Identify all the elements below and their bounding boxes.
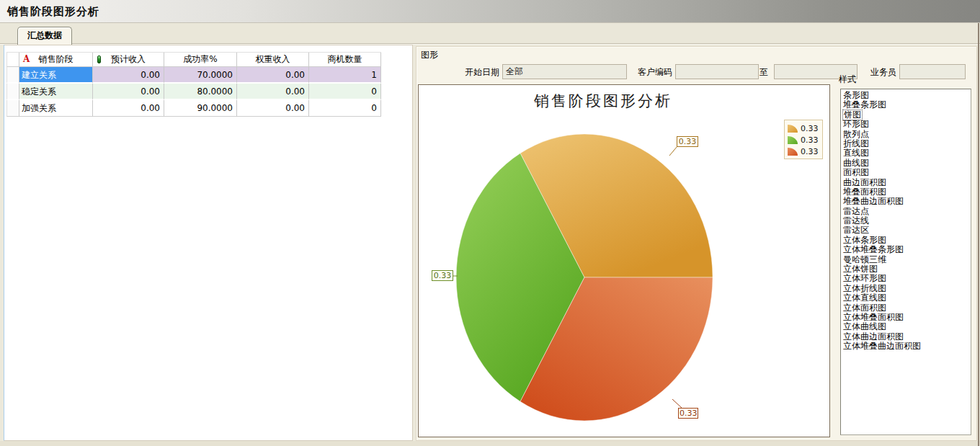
- row-indicator-header: [6, 53, 19, 67]
- salesman-input[interactable]: [899, 64, 966, 79]
- to-label: 至: [757, 67, 768, 77]
- graph-group-label: 图形: [421, 49, 438, 61]
- pie-label-strengthen: 0.33: [678, 408, 698, 419]
- style-option[interactable]: 立体堆叠曲边面积图: [843, 342, 971, 351]
- style-option[interactable]: 立体饼图: [843, 264, 971, 274]
- pie-label-establish: 0.33: [677, 136, 698, 147]
- column-header-stage[interactable]: A 销售阶段: [19, 53, 93, 67]
- style-option[interactable]: 雷达区: [843, 226, 971, 235]
- style-option[interactable]: 立体面积图: [843, 303, 971, 313]
- style-option[interactable]: 立体环形图: [843, 274, 971, 283]
- style-option[interactable]: 堆叠面积图: [843, 187, 971, 197]
- style-option[interactable]: 散列点: [843, 130, 971, 139]
- summary-table: A 销售阶段 预计收入 成功率% 权重收入 商机数量: [6, 52, 381, 117]
- expected-income-cell[interactable]: 0.00: [93, 100, 164, 117]
- style-option[interactable]: 堆叠条形图: [843, 100, 971, 110]
- column-header-label: 权重收入: [256, 54, 290, 64]
- style-option[interactable]: 曲线图: [843, 159, 971, 168]
- column-header-expected-income[interactable]: 预计收入: [93, 53, 164, 67]
- weighted-income-cell[interactable]: 0.00: [237, 84, 309, 100]
- style-option[interactable]: 堆叠曲边面积图: [843, 197, 971, 206]
- legend-swatch-gold-icon: [788, 125, 798, 133]
- style-option[interactable]: 立体直线图: [843, 293, 971, 303]
- style-option-selected[interactable]: 饼图: [843, 110, 862, 120]
- success-rate-cell[interactable]: 80.0000: [164, 84, 237, 100]
- style-option[interactable]: 环形图: [843, 120, 971, 129]
- table-row[interactable]: 加强关系 0.00 90.0000 0.00 0: [6, 100, 381, 117]
- page-title: 销售阶段图形分析: [7, 5, 99, 19]
- column-header-label: 销售阶段: [39, 54, 74, 64]
- legend-item: 0.33: [788, 146, 822, 157]
- opportunity-count-cell[interactable]: 1: [309, 67, 381, 84]
- customer-code-label: 客户编码: [634, 67, 672, 77]
- column-header-opportunity-count[interactable]: 商机数量: [309, 53, 381, 67]
- legend-item: 0.33: [788, 122, 822, 134]
- style-option[interactable]: 立体堆叠条形图: [843, 245, 971, 254]
- legend-value: 0.33: [801, 147, 819, 156]
- bottom-status-bar: [0, 441, 980, 446]
- style-option[interactable]: 雷达点: [843, 207, 971, 216]
- style-option[interactable]: 雷达线: [843, 216, 971, 226]
- window-border: [978, 23, 979, 446]
- customer-code-input[interactable]: [675, 64, 759, 79]
- table-header-row: A 销售阶段 预计收入 成功率% 权重收入 商机数量: [6, 53, 381, 67]
- app-window: 销售阶段图形分析 汇总数据 A 销售阶段 预计收入 成功率%: [0, 0, 980, 446]
- callout-leader-line: [669, 146, 677, 156]
- stage-cell[interactable]: 建立关系: [19, 67, 93, 84]
- expected-income-cell[interactable]: 0.00: [93, 84, 164, 100]
- pie-label-stable: 0.33: [432, 270, 453, 281]
- summary-panel: A 销售阶段 预计收入 成功率% 权重收入 商机数量: [4, 45, 413, 441]
- sort-a-icon: A: [23, 55, 30, 64]
- table-row[interactable]: 建立关系 0.00 70.0000 0.00 1: [6, 67, 381, 84]
- pie-chart-svg: [419, 85, 831, 438]
- row-indicator: [6, 67, 19, 84]
- column-header-weighted-income[interactable]: 权重收入: [237, 53, 309, 67]
- pie-chart-canvas: 销售阶段图形分析: [418, 84, 830, 437]
- style-option[interactable]: 折线图: [843, 139, 971, 148]
- chart-legend: 0.33 0.33 0.33: [784, 120, 823, 159]
- chart-style-listbox[interactable]: 条形图 堆叠条形图 饼图 环形图 散列点 折线图 直线图 曲线图 面积图 曲边面…: [840, 89, 971, 435]
- column-header-label: 商机数量: [328, 54, 362, 64]
- style-option[interactable]: 面积图: [843, 168, 971, 177]
- tab-summary-data[interactable]: 汇总数据: [17, 27, 72, 45]
- style-option[interactable]: 曲边面积图: [843, 178, 971, 187]
- legend-value: 0.33: [801, 135, 819, 145]
- start-date-label: 开始日期: [461, 67, 499, 77]
- style-group-label: 样式: [839, 73, 856, 86]
- opportunity-count-cell[interactable]: 0: [309, 100, 381, 117]
- weighted-income-cell[interactable]: 0.00: [237, 100, 309, 117]
- start-date-input[interactable]: [502, 64, 627, 79]
- green-pill-icon: [97, 55, 101, 63]
- style-option[interactable]: 立体曲线图: [843, 322, 971, 331]
- weighted-income-cell[interactable]: 0.00: [237, 67, 309, 84]
- row-indicator: [6, 84, 19, 100]
- style-option[interactable]: 立体折线图: [843, 284, 971, 293]
- column-header-success-rate[interactable]: 成功率%: [164, 53, 237, 67]
- tab-strip: 汇总数据: [0, 23, 980, 44]
- success-rate-cell[interactable]: 90.0000: [164, 100, 237, 117]
- legend-value: 0.33: [801, 124, 819, 133]
- legend-swatch-green-icon: [788, 136, 798, 144]
- salesman-label: 业务员: [867, 67, 896, 77]
- opportunity-count-cell[interactable]: 0: [309, 84, 381, 100]
- column-header-label: 预计收入: [111, 54, 146, 64]
- style-option[interactable]: 立体条形图: [843, 236, 971, 245]
- stage-cell[interactable]: 加强关系: [19, 100, 93, 117]
- row-indicator: [6, 100, 19, 117]
- legend-swatch-red-icon: [788, 148, 798, 156]
- style-option[interactable]: 条形图: [843, 91, 971, 100]
- stage-cell[interactable]: 稳定关系: [19, 84, 93, 100]
- style-option[interactable]: 直线图: [843, 148, 971, 158]
- expected-income-cell[interactable]: 0.00: [93, 67, 164, 84]
- style-option[interactable]: 曼哈顿三维: [843, 255, 971, 264]
- success-rate-cell[interactable]: 70.0000: [164, 67, 237, 84]
- legend-item: 0.33: [788, 134, 822, 146]
- table-row[interactable]: 稳定关系 0.00 80.0000 0.00 0: [6, 84, 381, 100]
- window-titlebar: 销售阶段图形分析: [0, 0, 980, 23]
- style-option[interactable]: 立体堆叠面积图: [843, 313, 971, 322]
- style-option[interactable]: 立体曲边面积图: [843, 332, 971, 342]
- column-header-label: 成功率%: [183, 54, 217, 64]
